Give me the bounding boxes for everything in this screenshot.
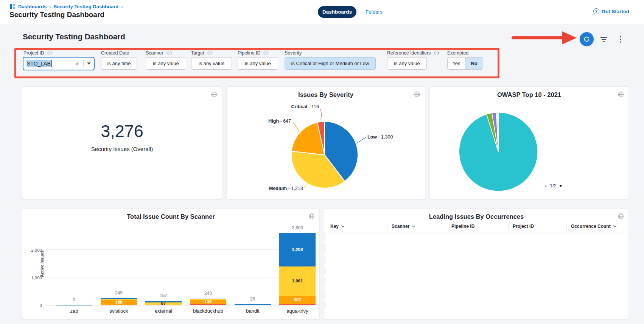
- bar-segment-value: 1,208: [292, 248, 303, 252]
- link-icon: [434, 50, 439, 56]
- project-id-filter-input[interactable]: STO_LAB ×: [23, 57, 95, 70]
- filter-label-reference-identifiers: Reference Identifiers: [387, 50, 439, 56]
- bar-bandit[interactable]: [235, 228, 271, 305]
- column-header-pipeline-id[interactable]: Pipeline ID: [451, 224, 474, 229]
- globe-filter-indicator-icon[interactable]: [211, 91, 217, 99]
- created-date-filter-button[interactable]: is any time: [101, 57, 137, 70]
- bar-segment-blue[interactable]: 1,208: [279, 233, 316, 266]
- bar-segment-yellow[interactable]: 1,061: [279, 266, 316, 296]
- pipeline-id-filter-button[interactable]: is any value: [238, 57, 278, 70]
- callout-line-low: [356, 137, 366, 143]
- help-question-icon: ?: [593, 8, 599, 14]
- dashboard-section-title: Security Testing Dashboard: [23, 32, 125, 41]
- chevron-down-icon: [613, 225, 617, 227]
- bar-segment-red[interactable]: [279, 304, 316, 305]
- bar-segment-blue[interactable]: [190, 299, 226, 299]
- filter-label-severity: Severity: [285, 50, 302, 56]
- page-up-icon[interactable]: ▲: [543, 183, 548, 188]
- tab-folders[interactable]: Folders: [366, 6, 383, 18]
- x-axis-category-label: aqua-trivy: [275, 308, 320, 314]
- pie-label-medium: Medium - 1,213: [269, 186, 333, 191]
- table-title-leading-issues: Leading Issues By Occurrences: [324, 213, 628, 220]
- bar-segment-red[interactable]: [101, 305, 137, 305]
- link-icon: [263, 50, 269, 56]
- column-divider: [508, 224, 509, 230]
- page-indicator: 1/2: [550, 183, 557, 188]
- exempted-yes-option[interactable]: Yes: [448, 58, 465, 69]
- link-icon: [47, 50, 53, 56]
- exempted-no-option-selected[interactable]: No: [465, 58, 483, 69]
- severity-filter-button[interactable]: is Critical or High or Medium or Low: [285, 57, 376, 70]
- tab-dashboards[interactable]: Dashboards: [318, 6, 356, 18]
- breadcrumb-separator: ›: [121, 4, 123, 9]
- card-issues-by-severity: Issues By Severity Critical - 116 High -…: [226, 86, 425, 199]
- link-icon: [207, 50, 213, 56]
- y-axis-title: Active Issues: [40, 234, 44, 294]
- bar-total-label: 29: [230, 296, 275, 302]
- column-divider: [566, 224, 567, 230]
- clear-icon[interactable]: ×: [75, 61, 79, 67]
- annotation-arrow-head: [562, 31, 577, 44]
- scanner-filter-button[interactable]: is any value: [146, 57, 186, 70]
- column-header-project-id[interactable]: Project ID: [513, 224, 534, 229]
- bar-segment-orange[interactable]: 307: [279, 296, 316, 304]
- bar-segment-yellow[interactable]: [190, 299, 226, 300]
- page-down-icon[interactable]: ▼: [558, 183, 563, 188]
- bar-segment-blue[interactable]: [101, 298, 137, 299]
- link-icon: [166, 50, 172, 56]
- filter-label-created-date: Created Date: [101, 50, 129, 56]
- input-divider: [83, 60, 84, 67]
- security-testing-dashboard-page: Dashboards › Security Testing Dashboard …: [0, 0, 644, 324]
- bar-total-label: 2: [51, 297, 97, 302]
- page-title: Security Testing Dashboard: [9, 11, 104, 19]
- project-id-filter-value: STO_LAB: [26, 60, 51, 67]
- reference-identifiers-filter-button[interactable]: is any value: [387, 57, 427, 70]
- bar-aqua-trivy[interactable]: 3071,0611,208: [279, 228, 316, 305]
- bar-total-label: 245: [96, 290, 142, 296]
- column-header-scanner[interactable]: Scanner: [392, 224, 415, 229]
- refresh-button[interactable]: [580, 32, 594, 46]
- chevron-down-icon: [341, 225, 345, 227]
- bar-total-label: 2,603: [275, 225, 320, 231]
- filter-lines-icon: [600, 36, 607, 42]
- bar-zap[interactable]: [56, 228, 92, 305]
- x-axis-category-label: external: [141, 308, 186, 314]
- bar-segment-value: 188: [115, 300, 122, 305]
- bar-segment-orange[interactable]: 188: [101, 300, 137, 305]
- bar-segment-yellow[interactable]: [101, 299, 137, 300]
- dashboards-grid-icon: [9, 3, 16, 9]
- filter-label-scanner: Scanner: [146, 50, 172, 56]
- annotation-arrow-shaft: [512, 36, 564, 39]
- target-filter-button[interactable]: is any value: [191, 57, 232, 70]
- filter-label-exempted: Exempted: [447, 50, 468, 56]
- callout-line-critical: [320, 109, 321, 120]
- column-divider: [447, 224, 447, 230]
- dashboard-more-options-button[interactable]: [616, 35, 625, 44]
- bar-segment-blue[interactable]: [145, 301, 182, 302]
- pie-label-critical: Critical - 116: [242, 104, 319, 109]
- y-axis-tick-label: 0: [23, 303, 42, 308]
- column-header-occurrence-count[interactable]: Occurrence Count: [571, 224, 617, 229]
- dropdown-caret-icon[interactable]: [87, 62, 91, 65]
- dashboard-filters-button[interactable]: [599, 35, 608, 44]
- x-axis-category-label: twistlock: [96, 308, 142, 314]
- breadcrumb-link-security-testing-dashboard[interactable]: Security Testing Dashboard: [53, 4, 118, 9]
- column-header-key[interactable]: Key: [330, 224, 345, 229]
- bar-segment-orange[interactable]: 138: [190, 300, 226, 304]
- kebab-menu-icon: [619, 36, 622, 43]
- get-started-link[interactable]: ? Get Started: [593, 8, 629, 14]
- breadcrumb-link-dashboards[interactable]: Dashboards: [18, 4, 47, 9]
- table-header-row: Key Scanner Pipeline ID Project ID Occur…: [324, 222, 628, 232]
- text-cursor: [51, 60, 52, 67]
- y-axis-tick-label: 1,000: [23, 276, 42, 280]
- pie-pagination: ▲ 1/2 ▼: [543, 183, 611, 188]
- bar-segment-blue[interactable]: [235, 304, 271, 305]
- filter-label-pipeline-id: Pipeline ID: [238, 50, 269, 56]
- get-started-label: Get Started: [602, 9, 629, 14]
- exempted-toggle: Yes No: [447, 57, 483, 70]
- card-owasp-top-10: OWASP Top 10 - 2021 ▲ 1/2 ▼: [429, 86, 629, 199]
- bar-segment-yellow[interactable]: 87: [145, 302, 182, 305]
- pie-label-low: Low - 1,300: [367, 134, 424, 140]
- owasp-top-10-pie-chart: [430, 87, 628, 199]
- bar-segment-value: 138: [204, 300, 212, 304]
